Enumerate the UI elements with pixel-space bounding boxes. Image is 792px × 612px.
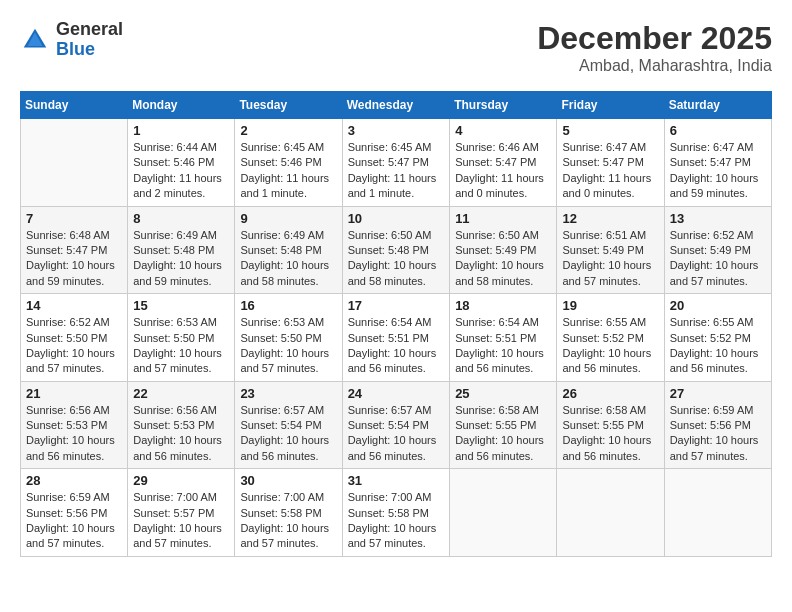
title-area: December 2025 Ambad, Maharashtra, India: [537, 20, 772, 75]
day-info: Sunrise: 6:55 AM Sunset: 5:52 PM Dayligh…: [562, 315, 658, 377]
day-cell: 19Sunrise: 6:55 AM Sunset: 5:52 PM Dayli…: [557, 294, 664, 382]
day-cell: 22Sunrise: 6:56 AM Sunset: 5:53 PM Dayli…: [128, 381, 235, 469]
day-number: 26: [562, 386, 658, 401]
day-info: Sunrise: 6:56 AM Sunset: 5:53 PM Dayligh…: [133, 403, 229, 465]
day-info: Sunrise: 6:48 AM Sunset: 5:47 PM Dayligh…: [26, 228, 122, 290]
day-number: 17: [348, 298, 445, 313]
day-number: 28: [26, 473, 122, 488]
day-number: 12: [562, 211, 658, 226]
week-row-1: 1Sunrise: 6:44 AM Sunset: 5:46 PM Daylig…: [21, 119, 772, 207]
day-number: 20: [670, 298, 766, 313]
day-number: 21: [26, 386, 122, 401]
day-info: Sunrise: 6:49 AM Sunset: 5:48 PM Dayligh…: [240, 228, 336, 290]
day-info: Sunrise: 6:44 AM Sunset: 5:46 PM Dayligh…: [133, 140, 229, 202]
day-cell: 30Sunrise: 7:00 AM Sunset: 5:58 PM Dayli…: [235, 469, 342, 557]
day-cell: 8Sunrise: 6:49 AM Sunset: 5:48 PM Daylig…: [128, 206, 235, 294]
day-info: Sunrise: 6:46 AM Sunset: 5:47 PM Dayligh…: [455, 140, 551, 202]
page-header: General Blue December 2025 Ambad, Mahara…: [20, 20, 772, 75]
day-info: Sunrise: 6:53 AM Sunset: 5:50 PM Dayligh…: [133, 315, 229, 377]
day-info: Sunrise: 6:59 AM Sunset: 5:56 PM Dayligh…: [26, 490, 122, 552]
day-number: 3: [348, 123, 445, 138]
day-number: 31: [348, 473, 445, 488]
day-cell: 25Sunrise: 6:58 AM Sunset: 5:55 PM Dayli…: [450, 381, 557, 469]
weekday-sunday: Sunday: [21, 92, 128, 119]
day-number: 19: [562, 298, 658, 313]
day-cell: 20Sunrise: 6:55 AM Sunset: 5:52 PM Dayli…: [664, 294, 771, 382]
logo-icon: [20, 25, 50, 55]
weekday-wednesday: Wednesday: [342, 92, 450, 119]
week-row-5: 28Sunrise: 6:59 AM Sunset: 5:56 PM Dayli…: [21, 469, 772, 557]
month-title: December 2025: [537, 20, 772, 57]
day-number: 7: [26, 211, 122, 226]
day-info: Sunrise: 6:47 AM Sunset: 5:47 PM Dayligh…: [562, 140, 658, 202]
day-info: Sunrise: 6:54 AM Sunset: 5:51 PM Dayligh…: [348, 315, 445, 377]
day-number: 16: [240, 298, 336, 313]
day-cell: 6Sunrise: 6:47 AM Sunset: 5:47 PM Daylig…: [664, 119, 771, 207]
day-cell: 29Sunrise: 7:00 AM Sunset: 5:57 PM Dayli…: [128, 469, 235, 557]
day-cell: 3Sunrise: 6:45 AM Sunset: 5:47 PM Daylig…: [342, 119, 450, 207]
day-info: Sunrise: 6:58 AM Sunset: 5:55 PM Dayligh…: [455, 403, 551, 465]
day-cell: 27Sunrise: 6:59 AM Sunset: 5:56 PM Dayli…: [664, 381, 771, 469]
week-row-3: 14Sunrise: 6:52 AM Sunset: 5:50 PM Dayli…: [21, 294, 772, 382]
day-cell: [21, 119, 128, 207]
day-info: Sunrise: 7:00 AM Sunset: 5:57 PM Dayligh…: [133, 490, 229, 552]
day-number: 25: [455, 386, 551, 401]
day-number: 4: [455, 123, 551, 138]
day-number: 10: [348, 211, 445, 226]
day-cell: 26Sunrise: 6:58 AM Sunset: 5:55 PM Dayli…: [557, 381, 664, 469]
weekday-monday: Monday: [128, 92, 235, 119]
weekday-header-row: SundayMondayTuesdayWednesdayThursdayFrid…: [21, 92, 772, 119]
day-number: 6: [670, 123, 766, 138]
calendar: SundayMondayTuesdayWednesdayThursdayFrid…: [20, 91, 772, 557]
day-cell: 1Sunrise: 6:44 AM Sunset: 5:46 PM Daylig…: [128, 119, 235, 207]
day-number: 13: [670, 211, 766, 226]
day-info: Sunrise: 6:52 AM Sunset: 5:49 PM Dayligh…: [670, 228, 766, 290]
day-cell: [664, 469, 771, 557]
day-number: 15: [133, 298, 229, 313]
day-cell: 9Sunrise: 6:49 AM Sunset: 5:48 PM Daylig…: [235, 206, 342, 294]
day-cell: 15Sunrise: 6:53 AM Sunset: 5:50 PM Dayli…: [128, 294, 235, 382]
day-number: 8: [133, 211, 229, 226]
day-number: 22: [133, 386, 229, 401]
day-info: Sunrise: 6:45 AM Sunset: 5:46 PM Dayligh…: [240, 140, 336, 202]
day-info: Sunrise: 6:47 AM Sunset: 5:47 PM Dayligh…: [670, 140, 766, 202]
day-cell: [557, 469, 664, 557]
day-info: Sunrise: 6:52 AM Sunset: 5:50 PM Dayligh…: [26, 315, 122, 377]
day-cell: 14Sunrise: 6:52 AM Sunset: 5:50 PM Dayli…: [21, 294, 128, 382]
day-cell: 5Sunrise: 6:47 AM Sunset: 5:47 PM Daylig…: [557, 119, 664, 207]
day-number: 18: [455, 298, 551, 313]
day-info: Sunrise: 6:57 AM Sunset: 5:54 PM Dayligh…: [348, 403, 445, 465]
day-cell: 28Sunrise: 6:59 AM Sunset: 5:56 PM Dayli…: [21, 469, 128, 557]
day-info: Sunrise: 6:58 AM Sunset: 5:55 PM Dayligh…: [562, 403, 658, 465]
day-number: 23: [240, 386, 336, 401]
day-info: Sunrise: 6:54 AM Sunset: 5:51 PM Dayligh…: [455, 315, 551, 377]
day-info: Sunrise: 6:53 AM Sunset: 5:50 PM Dayligh…: [240, 315, 336, 377]
day-number: 30: [240, 473, 336, 488]
day-info: Sunrise: 6:59 AM Sunset: 5:56 PM Dayligh…: [670, 403, 766, 465]
day-cell: 12Sunrise: 6:51 AM Sunset: 5:49 PM Dayli…: [557, 206, 664, 294]
day-info: Sunrise: 6:57 AM Sunset: 5:54 PM Dayligh…: [240, 403, 336, 465]
day-cell: 18Sunrise: 6:54 AM Sunset: 5:51 PM Dayli…: [450, 294, 557, 382]
day-number: 2: [240, 123, 336, 138]
day-info: Sunrise: 7:00 AM Sunset: 5:58 PM Dayligh…: [348, 490, 445, 552]
day-cell: 4Sunrise: 6:46 AM Sunset: 5:47 PM Daylig…: [450, 119, 557, 207]
day-info: Sunrise: 6:49 AM Sunset: 5:48 PM Dayligh…: [133, 228, 229, 290]
day-info: Sunrise: 7:00 AM Sunset: 5:58 PM Dayligh…: [240, 490, 336, 552]
day-number: 9: [240, 211, 336, 226]
location: Ambad, Maharashtra, India: [537, 57, 772, 75]
day-cell: 31Sunrise: 7:00 AM Sunset: 5:58 PM Dayli…: [342, 469, 450, 557]
weekday-friday: Friday: [557, 92, 664, 119]
week-row-2: 7Sunrise: 6:48 AM Sunset: 5:47 PM Daylig…: [21, 206, 772, 294]
day-cell: 17Sunrise: 6:54 AM Sunset: 5:51 PM Dayli…: [342, 294, 450, 382]
day-cell: 21Sunrise: 6:56 AM Sunset: 5:53 PM Dayli…: [21, 381, 128, 469]
day-cell: 7Sunrise: 6:48 AM Sunset: 5:47 PM Daylig…: [21, 206, 128, 294]
day-info: Sunrise: 6:51 AM Sunset: 5:49 PM Dayligh…: [562, 228, 658, 290]
day-number: 27: [670, 386, 766, 401]
day-info: Sunrise: 6:50 AM Sunset: 5:49 PM Dayligh…: [455, 228, 551, 290]
day-cell: 11Sunrise: 6:50 AM Sunset: 5:49 PM Dayli…: [450, 206, 557, 294]
logo: General Blue: [20, 20, 123, 60]
day-cell: 16Sunrise: 6:53 AM Sunset: 5:50 PM Dayli…: [235, 294, 342, 382]
day-cell: 2Sunrise: 6:45 AM Sunset: 5:46 PM Daylig…: [235, 119, 342, 207]
day-cell: 24Sunrise: 6:57 AM Sunset: 5:54 PM Dayli…: [342, 381, 450, 469]
day-cell: 10Sunrise: 6:50 AM Sunset: 5:48 PM Dayli…: [342, 206, 450, 294]
